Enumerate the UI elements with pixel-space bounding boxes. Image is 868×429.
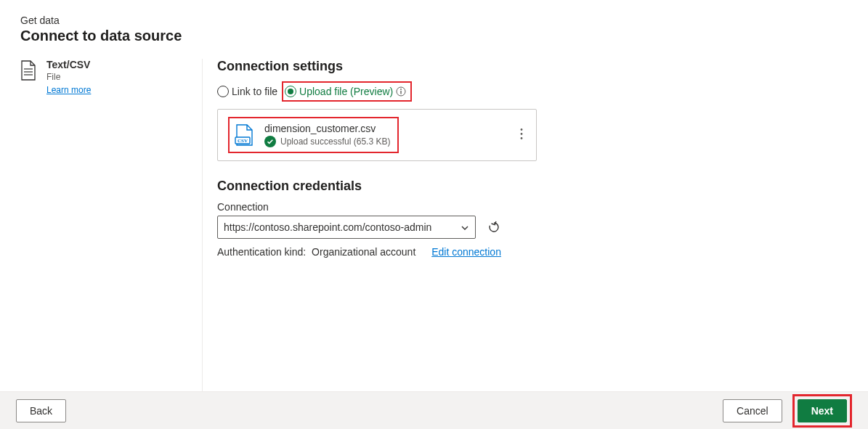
source-name: Text/CSV [46,59,91,70]
vertical-divider [202,59,203,392]
radio-circle-icon [217,86,229,97]
radio-label: Upload file (Preview) [299,86,393,97]
chevron-down-icon [461,223,469,232]
document-icon [20,60,36,81]
auth-kind-value: Organizational account [312,246,415,258]
connection-credentials-heading: Connection credentials [217,179,848,194]
connection-field-label: Connection [217,201,848,213]
connection-value: https://contoso.sharepoint.com/contoso-a… [224,221,431,233]
csv-file-icon: CSV [234,123,254,147]
upload-mode-radios: Link to file Upload file (Preview) [217,81,848,102]
radio-link-to-file[interactable]: Link to file [217,86,277,97]
refresh-connection-button[interactable] [483,216,505,238]
dialog-footer: Back Cancel Next [0,391,868,429]
source-summary: Text/CSV File Learn more [20,59,202,392]
upload-status-text: Upload successful (65.3 KB) [280,136,390,147]
connection-settings-heading: Connection settings [217,59,848,74]
source-type: File [46,72,91,82]
highlight-next-button: Next [792,394,852,428]
svg-point-9 [521,128,523,131]
breadcrumb: Get data [20,15,848,26]
learn-more-link[interactable]: Learn more [46,85,91,95]
file-more-menu[interactable] [517,126,526,145]
radio-upload-file[interactable]: Upload file (Preview) [285,86,406,97]
info-icon[interactable] [396,86,406,97]
highlight-file-card: CSV dimension_customer.csv [228,117,399,153]
radio-label: Link to file [232,86,277,97]
svg-text:CSV: CSV [238,138,248,144]
auth-kind-label: Authentication kind: [217,246,306,258]
connection-select[interactable]: https://contoso.sharepoint.com/contoso-a… [217,216,476,239]
cancel-button[interactable]: Cancel [723,399,782,422]
back-button[interactable]: Back [16,399,66,422]
uploaded-file-card: CSV dimension_customer.csv [217,109,537,161]
radio-circle-icon [285,86,296,97]
edit-connection-link[interactable]: Edit connection [431,246,501,258]
page-title: Connect to data source [20,28,848,44]
svg-rect-5 [401,91,402,94]
auth-kind-row: Authentication kind: Organizational acco… [217,246,848,258]
success-check-icon [264,136,276,147]
svg-point-10 [521,133,523,135]
next-button[interactable]: Next [798,399,847,422]
svg-point-4 [400,89,402,90]
uploaded-file-name: dimension_customer.csv [264,123,390,134]
highlight-upload-radio: Upload file (Preview) [282,81,412,102]
svg-point-11 [521,137,523,139]
